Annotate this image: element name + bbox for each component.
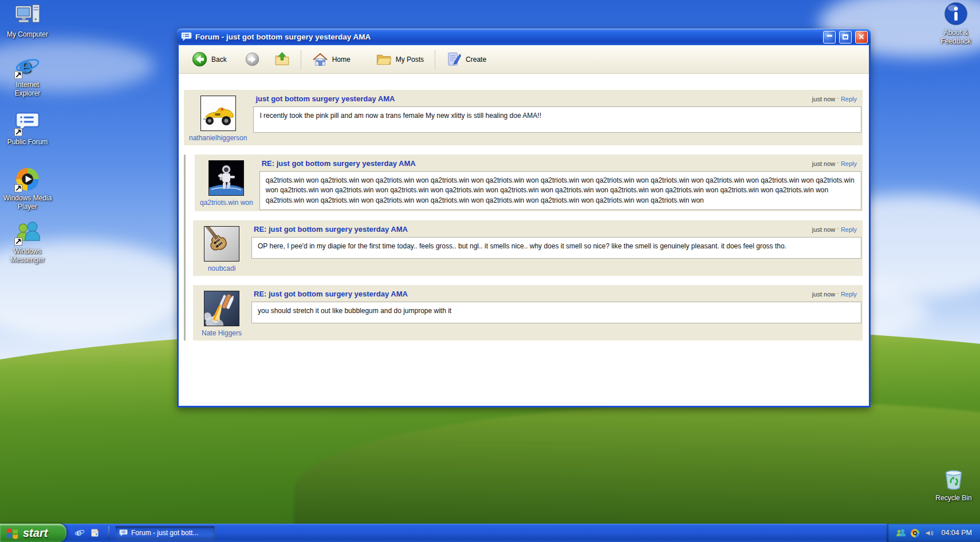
desktop-icon-internet-explorer[interactable]: e Internet Explorer [2,53,53,98]
windows-media-player-icon [15,167,40,192]
post-title-link[interactable]: RE: just got bottom surgery yesterday AM… [254,290,408,298]
taskbar-clock[interactable]: 04:04 PM [941,529,972,537]
reply-link[interactable]: Reply [841,226,857,233]
my-posts-label: My Posts [396,56,424,64]
task-button-label: Forum - just got bott... [131,529,198,537]
minimize-button[interactable] [823,31,836,43]
quick-launch: e [66,528,107,538]
task-speech-bubble-icon [119,529,128,537]
desktop-icon-label: My Computer [7,30,48,39]
post-title-link[interactable]: RE: just got bottom surgery yesterday AM… [262,159,416,168]
reply-link[interactable]: Reply [841,96,857,102]
maximize-button[interactable] [839,31,852,43]
taskbar: start e Forum - just got bott... 04:04 P… [0,524,980,542]
post-header: RE: just got bottom surgery yesterday AM… [259,157,861,171]
internet-explorer-icon: e [15,53,40,78]
post-main: RE: just got bottom surgery yesterday AM… [250,285,863,341]
post-meta: just now·Reply [812,225,857,233]
forward-icon [245,52,259,66]
post-reply: Nate Higgers RE: just got bottom surgery… [193,285,863,341]
post-main: RE: just got bottom surgery yesterday AM… [250,220,863,276]
create-label: Create [466,56,486,64]
thread-replies: qa2triots.win won RE: just got bottom su… [184,155,863,341]
reply-link[interactable]: Reply [841,291,857,298]
quick-launch-ie-icon[interactable]: e [74,528,85,538]
minimize-glyph [827,35,832,37]
window-title: Forum - just got bottom surgery yesterda… [195,33,820,41]
maximize-glyph [843,34,848,39]
desktop-icon-windows-messenger[interactable]: Windows Messenger [2,220,53,264]
avatar-astronaut[interactable] [208,160,244,196]
svg-text:e: e [76,528,81,537]
desktop-icon-my-computer[interactable]: My Computer [2,3,53,39]
desktop-icon-label: Recycle Bin [935,494,971,503]
back-label: Back [211,56,227,64]
toolbar-separator [301,50,301,69]
home-label: Home [332,56,351,64]
meta-separator: · [837,94,839,101]
quick-launch-app-icon[interactable] [90,528,100,538]
post-time: just now [812,160,835,167]
post-author-link[interactable]: nathanielhiggerson [189,134,247,142]
close-button[interactable]: ✕ [855,31,868,43]
window-titlebar[interactable]: Forum - just got bottom surgery yesterda… [177,29,871,45]
post-main: just got bottom surgery yesterday AMA ju… [252,90,863,145]
post-time: just now [812,96,835,102]
taskbar-task-forum[interactable]: Forum - just got bott... [115,526,215,540]
avatar-race-car[interactable] [200,96,236,131]
tray-messenger-icon[interactable] [896,528,906,538]
avatar-bass-guitar[interactable] [204,226,239,262]
desktop-icon-about-feedback[interactable]: About & Feedback [931,1,980,46]
thread-content: nathanielhiggerson just got bottom surge… [179,74,869,406]
post-original: nathanielhiggerson just got bottom surge… [184,90,863,145]
post-meta: just now·Reply [812,290,857,298]
create-button[interactable]: Create [441,49,491,69]
post-author-column: nathanielhiggerson [184,90,252,145]
post-time: just now [812,291,835,298]
meta-separator: · [837,225,839,232]
create-note-icon [446,52,462,67]
post-author-link[interactable]: noubcadi [208,264,236,272]
tray-volume-icon[interactable] [924,528,934,538]
back-icon [192,52,207,67]
home-button[interactable]: Home [307,49,356,70]
forum-window: Forum - just got bottom surgery yesterda… [177,29,871,408]
post-author-link[interactable]: qa2triots.win won [200,199,253,207]
avatar-space-shuttle[interactable] [204,291,239,326]
close-glyph: ✕ [859,33,865,41]
back-button[interactable]: Back [187,49,232,69]
desktop-icon-label: Public Forum [7,138,48,147]
post-reply: qa2triots.win won RE: just got bottom su… [195,155,863,211]
post-meta: just now·Reply [812,159,857,167]
my-computer-icon [15,3,40,28]
start-button[interactable]: start [0,524,66,542]
desktop-icon-label: Windows Messenger [2,247,53,264]
post-time: just now [812,226,835,233]
reply-link[interactable]: Reply [841,160,857,167]
post-body: you should stretch it out like bubblegum… [251,302,861,323]
toolbar-separator [435,50,435,69]
forum-speech-bubble-icon [15,110,40,136]
post-body: OP here, I pee'd in my diapie for the fi… [251,237,861,259]
post-meta: just now·Reply [812,94,857,102]
post-header: RE: just got bottom surgery yesterday AM… [251,288,861,302]
post-title-link[interactable]: RE: just got bottom surgery yesterday AM… [254,225,408,234]
forward-button[interactable] [240,50,265,69]
post-author-link[interactable]: Nate Higgers [202,329,242,337]
post-title-link[interactable]: just got bottom surgery yesterday AMA [255,94,395,103]
tray-media-player-icon[interactable] [910,528,920,538]
post-header: RE: just got bottom surgery yesterday AM… [251,223,861,237]
folder-up-icon [274,52,290,67]
meta-separator: · [837,159,839,166]
up-button[interactable] [269,49,295,69]
my-posts-button[interactable]: My Posts [371,49,429,70]
desktop-icon-label: About & Feedback [931,29,980,46]
shortcut-arrow-icon [14,128,22,136]
desktop-icon-windows-media-player[interactable]: Windows Media Player [2,167,53,211]
desktop-icon-recycle-bin[interactable]: Recycle Bin [928,466,979,503]
shortcut-arrow-icon [14,184,22,192]
home-icon [312,52,328,68]
shortcut-arrow-icon [14,238,22,246]
post-body: I recently took the pink pill and am now… [253,106,861,133]
desktop-icon-public-forum[interactable]: Public Forum [2,110,53,147]
